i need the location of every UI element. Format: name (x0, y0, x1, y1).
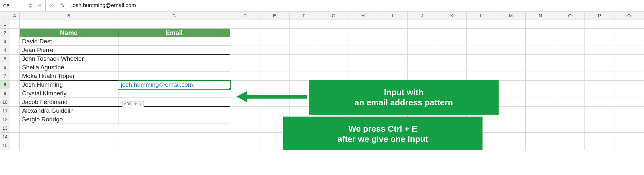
row-header[interactable]: 8 (0, 81, 10, 89)
name-cell[interactable]: Moka Hualin Tipper (19, 72, 118, 81)
cell[interactable] (289, 63, 319, 72)
cell[interactable] (526, 63, 555, 72)
cell[interactable] (496, 115, 526, 124)
name-box-stepper[interactable] (28, 1, 33, 10)
cell[interactable] (555, 55, 585, 63)
cell[interactable] (10, 81, 19, 89)
cell[interactable] (408, 29, 437, 37)
cell[interactable] (526, 20, 555, 29)
cell[interactable] (19, 124, 118, 133)
cell[interactable] (555, 81, 585, 89)
cell[interactable] (230, 81, 260, 89)
cell[interactable] (378, 37, 408, 46)
name-cell[interactable]: David Dest (19, 37, 118, 46)
cell[interactable] (10, 98, 19, 107)
cell[interactable] (260, 46, 289, 55)
column-header-G[interactable]: G (319, 12, 348, 20)
row-header[interactable]: 11 (0, 107, 10, 115)
cell[interactable] (437, 63, 466, 72)
fx-label[interactable]: fx (57, 0, 68, 11)
name-cell[interactable]: Jean Pierre (19, 46, 118, 55)
flash-fill-smart-tag[interactable]: ABC ▼ (122, 101, 144, 107)
column-header-A[interactable]: A (10, 12, 19, 20)
cell[interactable] (585, 20, 614, 29)
cell[interactable] (585, 63, 614, 72)
cell[interactable] (10, 133, 19, 141)
cell[interactable] (496, 20, 526, 29)
cell[interactable] (555, 46, 585, 55)
cell[interactable] (10, 89, 19, 98)
cell[interactable] (437, 55, 466, 63)
row-header[interactable]: 9 (0, 89, 10, 98)
cell[interactable] (348, 46, 378, 55)
email-cell[interactable] (118, 46, 230, 55)
cell[interactable] (10, 37, 19, 46)
cell[interactable] (19, 141, 118, 150)
cell[interactable] (614, 89, 644, 98)
cell[interactable] (19, 133, 118, 141)
cell[interactable] (585, 98, 614, 107)
cell[interactable] (348, 37, 378, 46)
cell[interactable] (466, 37, 496, 46)
cell[interactable] (496, 98, 526, 107)
cell[interactable] (496, 72, 526, 81)
cell[interactable] (614, 72, 644, 81)
name-box-input[interactable] (3, 3, 32, 9)
cell[interactable] (555, 20, 585, 29)
column-header-P[interactable]: P (585, 12, 614, 20)
row-header[interactable]: 14 (0, 133, 10, 141)
cell[interactable] (585, 133, 614, 141)
cell[interactable] (319, 55, 348, 63)
cell[interactable] (289, 72, 319, 81)
cell[interactable] (289, 55, 319, 63)
cell[interactable] (408, 55, 437, 63)
row-header[interactable]: 13 (0, 124, 10, 133)
cell[interactable] (408, 37, 437, 46)
cell[interactable] (526, 89, 555, 98)
cell[interactable] (496, 29, 526, 37)
cell[interactable] (10, 29, 19, 37)
cell[interactable] (118, 20, 230, 29)
cell[interactable] (348, 72, 378, 81)
cell[interactable] (526, 55, 555, 63)
cell[interactable] (289, 46, 319, 55)
cell[interactable] (496, 46, 526, 55)
chevron-up-icon[interactable] (28, 3, 32, 5)
cell[interactable] (614, 55, 644, 63)
cell[interactable] (496, 124, 526, 133)
cell[interactable] (230, 72, 260, 81)
cell[interactable] (526, 29, 555, 37)
cell[interactable] (466, 63, 496, 72)
cell[interactable] (10, 141, 19, 150)
column-header-D[interactable]: D (230, 12, 260, 20)
cell[interactable] (230, 29, 260, 37)
column-header-I[interactable]: I (378, 12, 408, 20)
cell[interactable] (466, 29, 496, 37)
cell[interactable] (348, 63, 378, 72)
column-header-K[interactable]: K (437, 12, 466, 20)
email-cell[interactable] (118, 63, 230, 72)
name-cell[interactable]: John Toshack Wheeler (19, 55, 118, 63)
cell[interactable] (437, 29, 466, 37)
cell[interactable] (585, 81, 614, 89)
cell[interactable] (585, 124, 614, 133)
cell[interactable] (10, 20, 19, 29)
cell[interactable] (496, 89, 526, 98)
cell[interactable] (496, 63, 526, 72)
cell[interactable] (10, 124, 19, 133)
cell[interactable] (585, 107, 614, 115)
row-header[interactable]: 5 (0, 55, 10, 63)
cell[interactable] (10, 107, 19, 115)
cell[interactable] (19, 20, 118, 29)
cell[interactable] (437, 46, 466, 55)
cell[interactable] (555, 107, 585, 115)
cell[interactable] (614, 115, 644, 124)
cell[interactable] (466, 46, 496, 55)
confirm-button[interactable] (46, 0, 57, 11)
cell[interactable] (230, 55, 260, 63)
cell[interactable] (614, 81, 644, 89)
cell[interactable] (614, 141, 644, 150)
cell[interactable] (378, 63, 408, 72)
cell[interactable] (437, 37, 466, 46)
cell[interactable] (555, 63, 585, 72)
